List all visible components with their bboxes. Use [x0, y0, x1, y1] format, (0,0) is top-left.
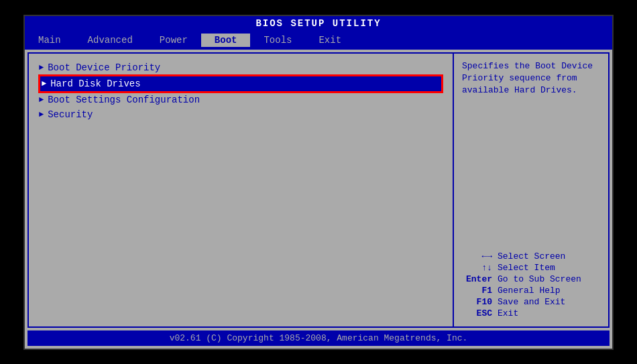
title-bar: BIOS SETUP UTILITY — [25, 16, 612, 31]
key-desc: Go to Sub Screen — [498, 274, 600, 284]
key-desc: General Help — [498, 286, 600, 296]
key-name: Enter — [462, 274, 492, 284]
nav-item-advanced[interactable]: Advanced — [74, 34, 146, 47]
key-row: F10Save and Exit — [462, 297, 600, 307]
bios-screen: BIOS SETUP UTILITY MainAdvancedPowerBoot… — [23, 15, 614, 350]
left-panel: ►Boot Device Priority►Hard Disk Drives►B… — [29, 54, 454, 326]
key-desc: Select Screen — [498, 251, 600, 261]
right-panel: Specifies the Boot Device Priority seque… — [454, 54, 608, 326]
title-text: BIOS SETUP UTILITY — [255, 18, 381, 29]
nav-item-boot[interactable]: Boot — [201, 34, 251, 47]
key-name: ←→ — [462, 251, 492, 261]
menu-item-label: Hard Disk Drives — [50, 78, 140, 89]
key-name: ↑↓ — [462, 263, 492, 273]
arrow-icon: ► — [39, 95, 44, 105]
arrow-icon: ► — [42, 79, 46, 88]
menu-item-boot-device-priority[interactable]: ►Boot Device Priority — [39, 60, 443, 75]
key-name: ESC — [462, 308, 492, 318]
arrow-icon: ► — [39, 110, 44, 119]
key-row: EnterGo to Sub Screen — [462, 274, 600, 284]
menu-item-label: Security — [48, 109, 93, 120]
key-legend: ←→Select Screen↑↓Select ItemEnterGo to S… — [462, 250, 600, 320]
menu-item-label: Boot Device Priority — [48, 62, 160, 73]
key-desc: Save and Exit — [498, 297, 600, 307]
key-row: ↑↓Select Item — [462, 263, 600, 273]
menu-item-security[interactable]: ►Security — [39, 107, 443, 122]
key-desc: Exit — [498, 308, 600, 318]
footer-text: v02.61 (C) Copyright 1985-2008, American… — [170, 333, 468, 343]
menu-item-hard-disk-drives[interactable]: ►Hard Disk Drives — [39, 75, 443, 93]
key-row: F1General Help — [462, 286, 600, 296]
footer: v02.61 (C) Copyright 1985-2008, American… — [27, 330, 610, 346]
menu-item-boot-settings-configuration[interactable]: ►Boot Settings Configuration — [39, 93, 443, 107]
content-area: ►Boot Device Priority►Hard Disk Drives►B… — [27, 52, 610, 328]
key-row: ESCExit — [462, 308, 600, 318]
menu-item-label: Boot Settings Configuration — [48, 95, 200, 105]
key-desc: Select Item — [498, 263, 600, 273]
nav-item-main[interactable]: Main — [25, 34, 74, 47]
nav-item-tools[interactable]: Tools — [250, 34, 305, 47]
nav-item-exit[interactable]: Exit — [305, 34, 355, 47]
nav-bar: MainAdvancedPowerBootToolsExit — [25, 31, 612, 50]
key-row: ←→Select Screen — [462, 251, 600, 261]
nav-item-power[interactable]: Power — [146, 34, 201, 47]
key-name: F1 — [462, 286, 492, 296]
help-text: Specifies the Boot Device Priority seque… — [462, 60, 600, 97]
key-name: F10 — [462, 297, 492, 307]
arrow-icon: ► — [39, 63, 44, 72]
